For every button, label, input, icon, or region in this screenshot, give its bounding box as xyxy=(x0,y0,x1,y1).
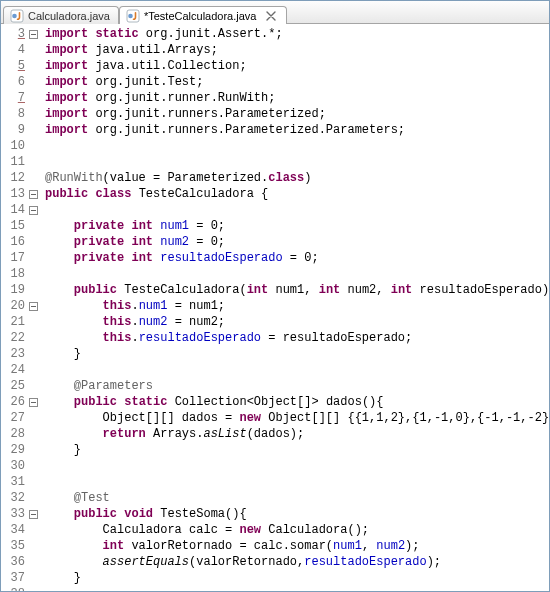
code-line[interactable]: import org.junit.Test; xyxy=(45,74,549,90)
code-area[interactable]: import static org.junit.Assert.*;import … xyxy=(39,24,549,591)
code-line[interactable]: Object[][] dados = new Object[][] {{1,1,… xyxy=(45,410,549,426)
line-number: 16 xyxy=(1,234,25,250)
tab-bar: Calculadora.java*TesteCalculadora.java xyxy=(1,1,549,24)
line-number: 19 xyxy=(1,282,25,298)
line-number: 5 xyxy=(1,58,25,74)
svg-point-1 xyxy=(12,13,17,18)
code-line[interactable]: this.num1 = num1; xyxy=(45,298,549,314)
close-icon[interactable] xyxy=(264,9,278,23)
code-line[interactable]: import java.util.Collection; xyxy=(45,58,549,74)
line-number-gutter: 3456789101112131415161718192021222324252… xyxy=(1,24,27,591)
line-number: 6 xyxy=(1,74,25,90)
code-line[interactable]: private int resultadoEsperado = 0; xyxy=(45,250,549,266)
code-line[interactable]: import org.junit.runners.Parameterized.P… xyxy=(45,122,549,138)
line-number: 9 xyxy=(1,122,25,138)
line-number: 13 xyxy=(1,186,25,202)
code-line[interactable]: } xyxy=(45,346,549,362)
code-line[interactable] xyxy=(45,362,549,378)
line-number: 26 xyxy=(1,394,25,410)
line-number: 21 xyxy=(1,314,25,330)
fold-toggle-icon[interactable] xyxy=(29,206,38,215)
code-line[interactable]: @RunWith(value = Parameterized.class) xyxy=(45,170,549,186)
code-line[interactable]: this.num2 = num2; xyxy=(45,314,549,330)
code-line[interactable] xyxy=(45,266,549,282)
line-number: 24 xyxy=(1,362,25,378)
svg-point-3 xyxy=(128,13,133,18)
line-number: 11 xyxy=(1,154,25,170)
java-file-icon xyxy=(10,9,24,23)
editor-tab[interactable]: Calculadora.java xyxy=(3,6,119,24)
code-line[interactable]: import java.util.Arrays; xyxy=(45,42,549,58)
code-line[interactable]: import org.junit.runner.RunWith; xyxy=(45,90,549,106)
fold-toggle-icon[interactable] xyxy=(29,302,38,311)
code-line[interactable]: @Parameters xyxy=(45,378,549,394)
line-number: 10 xyxy=(1,138,25,154)
line-number: 22 xyxy=(1,330,25,346)
tab-label: *TesteCalculadora.java xyxy=(144,10,257,22)
code-line[interactable] xyxy=(45,586,549,591)
code-line[interactable]: public class TesteCalculadora { xyxy=(45,186,549,202)
line-number: 37 xyxy=(1,570,25,586)
line-number: 36 xyxy=(1,554,25,570)
code-line[interactable] xyxy=(45,154,549,170)
line-number: 27 xyxy=(1,410,25,426)
code-line[interactable] xyxy=(45,202,549,218)
line-number: 38 xyxy=(1,586,25,591)
code-line[interactable] xyxy=(45,458,549,474)
code-line[interactable]: int valorRetornado = calc.somar(num1, nu… xyxy=(45,538,549,554)
editor-window: Calculadora.java*TesteCalculadora.java 3… xyxy=(0,0,550,592)
code-line[interactable]: private int num1 = 0; xyxy=(45,218,549,234)
line-number: 29 xyxy=(1,442,25,458)
line-number: 3 xyxy=(1,26,25,42)
line-number: 18 xyxy=(1,266,25,282)
line-number: 7 xyxy=(1,90,25,106)
line-number: 17 xyxy=(1,250,25,266)
code-line[interactable]: private int num2 = 0; xyxy=(45,234,549,250)
code-line[interactable]: public static Collection<Object[]> dados… xyxy=(45,394,549,410)
code-line[interactable]: assertEquals(valorRetornado,resultadoEsp… xyxy=(45,554,549,570)
line-number: 8 xyxy=(1,106,25,122)
line-number: 23 xyxy=(1,346,25,362)
line-number: 12 xyxy=(1,170,25,186)
line-number: 32 xyxy=(1,490,25,506)
code-line[interactable]: } xyxy=(45,442,549,458)
line-number: 34 xyxy=(1,522,25,538)
line-number: 14 xyxy=(1,202,25,218)
line-number: 31 xyxy=(1,474,25,490)
fold-toggle-icon[interactable] xyxy=(29,398,38,407)
line-number: 35 xyxy=(1,538,25,554)
code-line[interactable]: } xyxy=(45,570,549,586)
code-line[interactable]: Calculadora calc = new Calculadora(); xyxy=(45,522,549,538)
tab-label: Calculadora.java xyxy=(28,10,110,22)
line-number: 20 xyxy=(1,298,25,314)
code-line[interactable]: @Test xyxy=(45,490,549,506)
code-line[interactable] xyxy=(45,138,549,154)
code-line[interactable]: this.resultadoEsperado = resultadoEspera… xyxy=(45,330,549,346)
fold-toggle-icon[interactable] xyxy=(29,510,38,519)
fold-toggle-icon[interactable] xyxy=(29,30,38,39)
java-file-icon xyxy=(126,9,140,23)
editor-tab[interactable]: *TesteCalculadora.java xyxy=(119,6,288,24)
line-number: 15 xyxy=(1,218,25,234)
line-number: 25 xyxy=(1,378,25,394)
code-line[interactable]: import org.junit.runners.Parameterized; xyxy=(45,106,549,122)
line-number: 28 xyxy=(1,426,25,442)
code-line[interactable]: import static org.junit.Assert.*; xyxy=(45,26,549,42)
code-line[interactable] xyxy=(45,474,549,490)
code-editor[interactable]: 3456789101112131415161718192021222324252… xyxy=(1,24,549,591)
code-line[interactable]: return Arrays.asList(dados); xyxy=(45,426,549,442)
line-number: 33 xyxy=(1,506,25,522)
fold-gutter xyxy=(27,24,39,591)
code-line[interactable]: public void TesteSoma(){ xyxy=(45,506,549,522)
code-line[interactable]: public TesteCalculadora(int num1, int nu… xyxy=(45,282,549,298)
fold-toggle-icon[interactable] xyxy=(29,190,38,199)
line-number: 30 xyxy=(1,458,25,474)
line-number: 4 xyxy=(1,42,25,58)
